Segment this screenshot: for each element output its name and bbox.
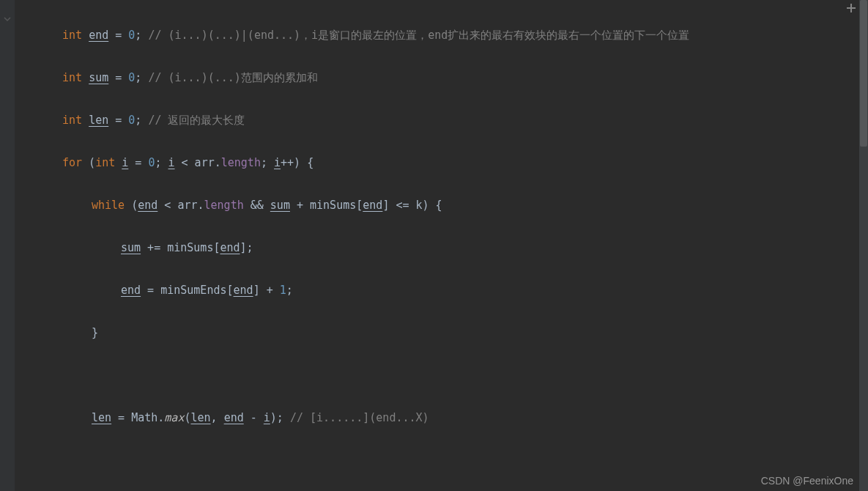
comment: // [i......](end...X) [290, 411, 429, 424]
keyword-for: for [62, 156, 82, 169]
comment: // 返回的最大长度 [148, 114, 245, 127]
literal-zero: 0 [128, 29, 135, 42]
comment: // (i...)(...)|(end...)，i是窗口的最左的位置，end扩出… [148, 29, 689, 42]
var-sum: sum [89, 71, 108, 84]
gutter [0, 0, 15, 491]
var-end: end [89, 29, 108, 42]
svg-rect-1 [850, 4, 852, 12]
keyword-int: int [62, 29, 82, 42]
editor-container: int end = 0; // (i...)(...)|(end...)，i是窗… [0, 0, 868, 491]
code-area[interactable]: int end = 0; // (i...)(...)|(end...)，i是窗… [15, 0, 868, 491]
scroll-thumb[interactable] [860, 0, 867, 147]
method-max: max [164, 411, 184, 424]
gutter-fold-icon[interactable] [3, 13, 12, 25]
keyword-while: while [92, 199, 125, 212]
watermark: CSDN @FeenixOne [761, 475, 853, 487]
comment: // (i...)(...)范围内的累加和 [148, 71, 317, 84]
scrollbar[interactable] [859, 0, 868, 491]
var-len: len [89, 114, 108, 127]
field-length: length [221, 156, 261, 169]
var-i: i [122, 156, 128, 169]
settings-icon[interactable] [846, 3, 856, 13]
